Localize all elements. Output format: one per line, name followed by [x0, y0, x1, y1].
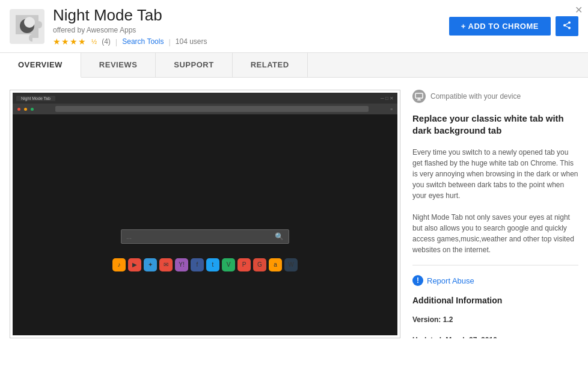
- extension-icon: [10, 9, 44, 44]
- app-icon-google: G: [253, 258, 266, 271]
- description-title: Replace your classic white tab with dark…: [412, 113, 578, 136]
- additional-info-title: Additional Information: [412, 296, 578, 305]
- app-icon-star: ✦: [144, 258, 157, 271]
- report-abuse-link[interactable]: ! Report Abuse: [412, 275, 578, 286]
- search-icon: 🔍: [275, 232, 284, 241]
- mini-address-bar: ≡: [13, 104, 397, 114]
- dark-search-box: 🔍: [121, 229, 289, 244]
- report-abuse-label: Report Abuse: [427, 276, 474, 285]
- extension-author: offered by Awesome Apps: [53, 26, 449, 34]
- svg-rect-8: [415, 93, 423, 98]
- tab-related[interactable]: RELATED: [233, 53, 308, 77]
- screenshot-inner: Night Mode Tab ─ □ ✕ ≡ 🔍 ♪ ▶ ✦ ✉: [13, 93, 397, 335]
- app-icon-facebook: f: [191, 258, 204, 271]
- rating-row: ★★★★ ½ (4) | Search Tools | 104 users: [53, 37, 449, 46]
- dark-search-input[interactable]: [126, 233, 275, 240]
- app-icon-mail: ✉: [159, 258, 173, 271]
- svg-line-6: [565, 23, 569, 26]
- app-icon-w: W: [284, 258, 298, 271]
- svg-line-7: [565, 25, 569, 28]
- description-p1: Every time you switch to a newly opened …: [412, 147, 578, 201]
- mini-tab: Night Mode Tab: [16, 96, 55, 101]
- main-content: Night Mode Tab ─ □ ✕ ≡ 🔍 ♪ ▶ ✦ ✉: [0, 78, 588, 350]
- half-star: ½: [91, 38, 97, 45]
- dot-green: [31, 108, 34, 111]
- updated-row: Updated: March 27, 2016: [412, 335, 578, 338]
- add-to-chrome-button[interactable]: + ADD TO CHROME: [449, 17, 551, 36]
- separator2: |: [168, 37, 170, 46]
- star-rating: ★★★★: [53, 37, 87, 46]
- app-icon-pinterest: P: [237, 258, 251, 271]
- dot-red: [17, 108, 20, 111]
- share-button[interactable]: [556, 16, 578, 36]
- tab-support[interactable]: SUPPORT: [156, 53, 232, 77]
- report-icon: !: [412, 275, 423, 286]
- top-bar: Night Mode Tab offered by Awesome Apps ★…: [0, 0, 588, 53]
- extension-title: Night Mode Tab: [53, 6, 449, 25]
- tab-reviews[interactable]: REVIEWS: [81, 53, 156, 77]
- divider: [412, 265, 578, 265]
- dot-yellow: [24, 108, 27, 111]
- svg-point-2: [24, 17, 35, 28]
- mini-tab-bar: Night Mode Tab ─ □ ✕: [13, 93, 397, 104]
- updated-label: Updated:: [412, 336, 444, 338]
- compatible-text: Compatible with your device: [430, 92, 521, 101]
- description-p2: Night Mode Tab not only saves your eyes …: [412, 212, 578, 255]
- right-sidebar: Compatible with your device Replace your…: [412, 90, 578, 338]
- app-icon-yahoo: Y!: [175, 258, 188, 271]
- version-row: Version: 1.2: [412, 314, 578, 326]
- app-icon-video: ▶: [128, 258, 141, 271]
- version-value: 1.2: [443, 315, 453, 324]
- user-count: 104 users: [176, 37, 207, 46]
- header-actions: + ADD TO CHROME: [449, 16, 578, 36]
- compatible-row: Compatible with your device: [412, 90, 578, 103]
- mini-toolbar-icons: ≡: [390, 107, 393, 111]
- mini-url-bar: [55, 106, 369, 112]
- separator: |: [115, 37, 117, 46]
- tab-navigation: OVERVIEW REVIEWS SUPPORT RELATED: [0, 53, 588, 78]
- app-icon-v: V: [222, 258, 235, 271]
- app-icons-row: ♪ ▶ ✦ ✉ Y! f t V P G a W: [112, 258, 298, 271]
- updated-value: March 27, 2016: [446, 336, 497, 338]
- rating-count: (4): [102, 37, 111, 46]
- app-icon-twitter: t: [206, 258, 219, 271]
- close-button[interactable]: ✕: [572, 4, 584, 16]
- share-icon: [563, 21, 571, 29]
- compatible-icon: [412, 90, 426, 103]
- title-block: Night Mode Tab offered by Awesome Apps ★…: [53, 6, 449, 46]
- app-icon-music: ♪: [112, 258, 126, 271]
- search-tools-link[interactable]: Search Tools: [122, 37, 164, 46]
- screenshot-area: Night Mode Tab ─ □ ✕ ≡ 🔍 ♪ ▶ ✦ ✉: [10, 90, 400, 338]
- tab-overview[interactable]: OVERVIEW: [0, 53, 81, 78]
- app-icon-amazon: a: [269, 258, 282, 271]
- version-label: Version:: [412, 315, 441, 324]
- mini-controls: ─ □ ✕: [381, 96, 394, 101]
